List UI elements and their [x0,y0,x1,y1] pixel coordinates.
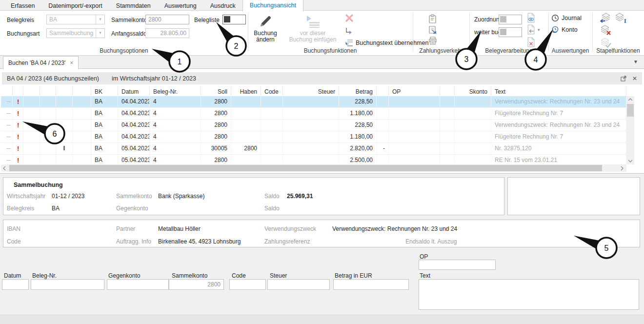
sammelkonto-input[interactable] [145,15,189,24]
cell-e2 [40,108,56,119]
popout-icon[interactable] [621,76,626,81]
document-tab-buchen[interactable]: Buchen 'BA 04 / 2023' × [3,56,79,69]
column-header-op[interactable]: OP [389,86,440,96]
column-header-text[interactable]: Text [491,86,626,96]
column-header-e3[interactable] [56,86,73,96]
zahlungsverkehr-clipboard-button[interactable] [428,14,437,23]
op-input[interactable] [419,260,496,270]
scrollbar-thumb[interactable] [627,104,634,117]
row-expander[interactable] [1,155,13,163]
chevron-down-icon[interactable]: ▾ [96,15,104,24]
stapel-confirm-button[interactable] [600,38,612,48]
saldo2-label: Saldo [264,205,280,212]
tab-ausdruck[interactable]: Ausdruck [203,0,242,11]
cell-op [389,120,440,131]
buchungstext-uebernehmen-button[interactable]: Buchungstext übernehmen [344,39,428,47]
beleg-preview-button[interactable] [527,13,535,23]
betrag-input[interactable] [333,279,409,290]
row-expander[interactable] [1,120,13,131]
column-header-e1[interactable] [23,86,40,96]
scroll-right-icon[interactable] [620,165,624,171]
column-header-datum[interactable]: Datum [118,86,150,96]
vertical-scrollbar[interactable] [626,96,634,164]
belegnr-input[interactable] [31,279,104,290]
horizontal-scrollbar[interactable] [1,164,626,172]
row-expander[interactable] [1,131,13,142]
table-row[interactable]: !BA04.04.202342800228,50Verwendungszweck… [1,96,626,108]
text-label: Text [420,272,430,279]
chevron-down-icon[interactable]: ▼ [633,59,638,64]
belegnr-label: Beleg-Nr. [32,272,57,279]
chevron-down-icon[interactable]: ▾ [96,29,104,38]
table-row[interactable]: !BA04.04.2023428001.180,00Flügeltore Rec… [1,108,626,120]
tab-stammdaten[interactable]: Stammdaten [109,0,158,11]
stapel-delete-button[interactable] [600,25,612,36]
scroll-left-icon[interactable] [2,165,7,171]
table-row[interactable]: !BA04.04.202342800228,50Verwendungszweck… [1,120,626,131]
chevron-down-icon[interactable]: ▾ [538,27,540,32]
sammelkonto-input[interactable] [169,279,224,290]
buchungsart-label: Buchungsart [7,30,40,37]
stapel-import-button[interactable] [600,13,612,23]
close-icon[interactable]: × [70,61,73,65]
column-header-tree[interactable] [1,86,13,96]
konto-button[interactable]: Konto [551,26,578,34]
text-input[interactable] [419,279,639,310]
tab-erfassen[interactable]: Erfassen [4,0,41,11]
cell-code [261,155,283,163]
weiter-buchen-toggle[interactable] [499,27,522,37]
op-uebernehmen-button[interactable] [345,27,353,35]
cell-belegnr: 4 [150,108,201,119]
column-header-betrag[interactable]: Betrag [339,86,377,96]
column-header-dash[interactable] [377,86,389,96]
column-header-belegnr[interactable]: Beleg-Nr. [150,86,201,96]
column-header-soll[interactable]: Soll [201,86,231,96]
anfangssaldo-input[interactable] [145,28,189,38]
close-icon[interactable]: ✕ [632,75,637,82]
column-header-flag[interactable] [13,86,23,96]
tab-auswertung[interactable]: Auswertung [158,0,203,11]
column-header-e2[interactable] [40,86,56,96]
column-header-e5[interactable] [440,86,455,96]
row-expander[interactable] [1,143,13,154]
table-row[interactable]: !IBA05.04.202343000528002.820,00-Nr. 328… [1,143,626,155]
tab-datenimport-export[interactable]: Datenimport/-export [41,0,109,11]
scroll-up-icon[interactable] [627,97,633,102]
row-expander[interactable] [1,96,13,107]
row-expander[interactable] [1,108,13,119]
cell-e2 [40,143,56,154]
tab-buchungsansicht[interactable]: Buchungsansicht [242,0,303,11]
ribbon: Belegkreis BA ▾ Buchungsart Sammelbuchun… [0,10,644,56]
sammelbuchung-title: Sammelbuchung [14,182,63,188]
scrollbar-thumb[interactable] [9,165,602,171]
cell-e3 [56,120,73,131]
buchungsart-combo[interactable]: Sammelbuchung ▾ [46,28,105,38]
belegliste-toggle[interactable] [222,15,246,24]
error-flag-icon: ! [13,96,23,107]
datum-input[interactable] [2,279,29,290]
belegkreis-combo[interactable]: BA ▾ [46,15,105,24]
cell-steuer [283,143,339,154]
zuordnung-toggle[interactable] [499,15,522,24]
column-header-steuer[interactable]: Steuer [283,86,339,96]
column-header-code[interactable]: Code [261,86,283,96]
zahlungsverkehr-print-button[interactable] [428,37,437,45]
table-row[interactable]: !BA05.04.2023428002.500,00RE Nr. 15 vom … [1,155,626,163]
grid-title: BA 04 / 2023 (46 Buchungszeilen) [7,75,99,82]
cell-skonto [455,131,491,142]
zahlungsverkehr-assign-button[interactable] [428,25,437,35]
stapel-info-button[interactable]: I [615,13,626,23]
column-header-skonto[interactable]: Skonto [455,86,491,96]
journal-button[interactable]: Journal [551,14,582,22]
column-header-e4[interactable] [73,86,91,96]
beleg-back-button[interactable]: ▾ [527,24,540,35]
delete-button[interactable] [344,13,354,23]
table-row[interactable]: !BA04.04.2023428001.180,00Flügeltore Rec… [1,131,626,143]
column-header-bk[interactable]: BK [91,86,118,96]
scroll-down-icon[interactable] [627,159,633,163]
beleg-remove-button[interactable] [527,37,535,47]
code-input[interactable] [229,279,266,290]
gegenkonto-input[interactable] [107,279,169,290]
column-header-haben[interactable]: Haben [231,86,261,96]
steuer-input[interactable] [267,279,330,290]
